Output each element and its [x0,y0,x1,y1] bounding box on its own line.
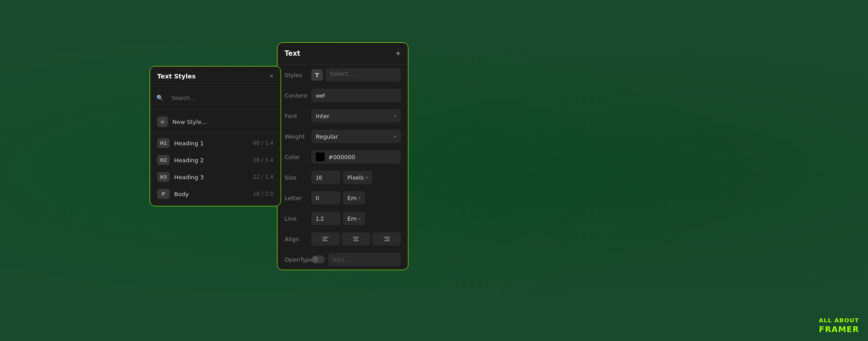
line-input[interactable] [311,212,340,225]
align-group [311,232,401,246]
svg-rect-1 [322,238,327,239]
color-value: #000000 [328,154,355,160]
add-button[interactable]: + [395,49,401,58]
size-controls: Pixels ▾ [311,171,401,184]
text-panel: Text + Styles T Select... Content Font I… [277,42,408,270]
align-right-button[interactable] [372,232,401,246]
letter-unit-dropdown[interactable]: Em ▾ [343,191,365,205]
search-icon: 🔍 [156,94,163,101]
chevron-down-icon: ▾ [359,216,361,221]
opentype-add-label: Add... [333,256,350,263]
styles-label: Styles [285,72,308,78]
content-input[interactable] [311,89,401,102]
size-label: Size [285,174,308,181]
styles-row: Styles T Select... [277,65,408,85]
search-input[interactable] [167,91,274,104]
divider [150,132,281,133]
style-list: + New Style... H1 Heading 1 60 / 1.4 H2 … [150,109,281,206]
content-controls [311,89,401,102]
opentype-add-field[interactable]: Add... [328,253,401,266]
line-unit-value: Em [347,215,357,222]
styles-controls: T Select... [311,68,401,82]
align-left-button[interactable] [311,232,340,246]
svg-rect-6 [383,237,390,238]
h1-badge: H1 [157,138,170,148]
style-name-body: Body [174,191,249,197]
svg-rect-8 [384,240,390,241]
font-row: Font Inter ▾ [277,106,408,126]
new-style-icon: + [157,116,168,127]
close-button[interactable]: × [269,73,273,80]
text-styles-panel: Text Styles × 🔍 + New Style... H1 Headin… [150,66,281,206]
letter-controls: Em ▾ [311,191,401,205]
new-style-item[interactable]: + New Style... [150,113,281,131]
line-label: Line [285,215,308,222]
list-item[interactable]: P Body 18 / 2.0 [150,185,281,202]
font-value: Inter [316,113,330,119]
opentype-row: OpenType Add... [277,249,408,270]
list-item[interactable]: H3 Heading 3 22 / 1.4 [150,168,281,185]
content-row: Content [277,85,408,106]
list-item[interactable]: H1 Heading 1 60 / 1.4 [150,135,281,152]
h3-badge: H3 [157,172,170,182]
align-left-icon [322,237,329,241]
text-styles-panel-title: Text Styles [157,73,196,80]
weight-controls: Regular ▾ [311,130,401,143]
chevron-down-icon: ▾ [366,175,368,180]
watermark-line2: FRAMER [819,325,859,334]
search-container: 🔍 [150,86,281,109]
svg-rect-0 [322,237,329,238]
style-meta-body: 18 / 2.0 [253,191,273,197]
size-input[interactable] [311,171,340,184]
svg-rect-4 [354,238,358,239]
p-badge: P [157,189,170,199]
chevron-down-icon: ▾ [394,114,396,119]
h2-badge: H2 [157,155,170,165]
svg-rect-7 [385,238,390,239]
svg-rect-2 [322,240,328,241]
align-controls [311,232,401,246]
style-meta-h3: 22 / 1.4 [253,174,273,180]
line-unit-dropdown[interactable]: Em ▾ [343,212,365,225]
opentype-label: OpenType [285,256,308,263]
color-label: Color [285,154,308,160]
opentype-toggle[interactable] [311,255,325,263]
svg-rect-5 [353,240,359,241]
styles-select[interactable]: Select... [326,68,401,82]
list-item[interactable]: H2 Heading 2 28 / 1.4 [150,152,281,168]
style-meta-h2: 28 / 1.4 [253,157,273,163]
weight-value: Regular [316,133,338,140]
search-box: 🔍 [156,91,274,104]
align-center-button[interactable] [342,232,370,246]
size-unit-value: Pixels [347,174,364,181]
color-controls: #000000 [311,150,401,164]
style-name-h1: Heading 1 [174,140,249,147]
font-label: Font [285,113,308,119]
font-dropdown[interactable]: Inter ▾ [311,109,401,123]
style-name-h2: Heading 2 [174,157,249,164]
chevron-down-icon: ▾ [359,196,361,201]
watermark-line1: ALL ABOUT [819,317,859,325]
styles-t-badge[interactable]: T [311,69,323,81]
style-name-h3: Heading 3 [174,174,249,181]
line-row: Line Em ▾ [277,208,408,229]
chevron-down-icon: ▾ [394,134,396,139]
align-center-icon [353,237,359,241]
text-styles-panel-header: Text Styles × [150,66,281,86]
align-row: Align [277,229,408,249]
color-field[interactable]: #000000 [311,150,401,164]
new-style-label: New Style... [172,119,207,125]
size-unit-dropdown[interactable]: Pixels ▾ [343,171,372,184]
letter-unit-value: Em [347,195,357,201]
align-label: Align [285,236,308,242]
line-controls: Em ▾ [311,212,401,225]
svg-rect-3 [353,237,359,238]
weight-dropdown[interactable]: Regular ▾ [311,130,401,143]
content-label: Content [285,92,308,99]
color-swatch [316,152,325,161]
style-meta-h1: 60 / 1.4 [253,140,273,146]
color-row: Color #000000 [277,147,408,167]
watermark: ALL ABOUT FRAMER [819,317,859,334]
text-panel-title: Text [285,49,300,58]
letter-input[interactable] [311,191,340,205]
